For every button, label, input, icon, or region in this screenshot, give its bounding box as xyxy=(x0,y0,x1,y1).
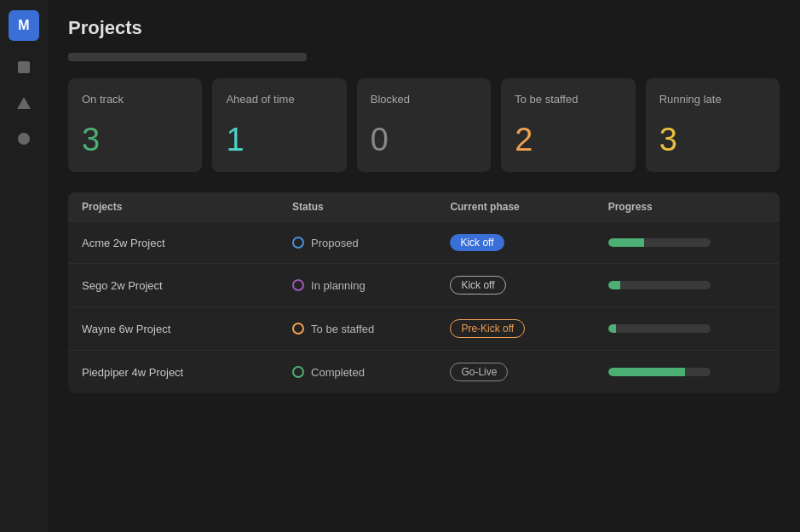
stat-card-4: Running late 3 xyxy=(646,78,780,172)
sidebar: M xyxy=(0,0,48,532)
table-header-3: Progress xyxy=(608,201,766,213)
table-row: Acme 2w Project Proposed Kick off xyxy=(68,221,780,263)
phase-badge[interactable]: Kick off xyxy=(450,234,504,251)
main-content: Projects On track 3 Ahead of time 1 Bloc… xyxy=(48,0,800,532)
stat-value-2: 0 xyxy=(371,122,477,158)
stat-cards: On track 3 Ahead of time 1 Blocked 0 To … xyxy=(68,78,780,172)
stat-value-4: 3 xyxy=(659,122,766,158)
square-icon xyxy=(18,61,30,73)
stat-label-0: On track xyxy=(82,92,188,107)
phase-badge[interactable]: Go-Live xyxy=(450,363,508,381)
status-dot xyxy=(292,366,304,378)
table-header-0: Projects xyxy=(82,201,292,213)
stat-label-2: Blocked xyxy=(371,92,477,107)
project-name: Sego 2w Project xyxy=(82,279,292,292)
stat-card-3: To be staffed 2 xyxy=(501,78,635,172)
phase-cell: Kick off xyxy=(450,276,607,295)
stat-label-1: Ahead of time xyxy=(226,92,332,107)
phase-badge[interactable]: Kick off xyxy=(450,276,505,295)
progress-fill xyxy=(608,281,620,289)
status-dot xyxy=(292,279,304,291)
search-bar[interactable] xyxy=(68,53,307,61)
stat-label-3: To be staffed xyxy=(515,92,621,107)
progress-fill xyxy=(608,238,644,247)
phase-cell: Go-Live xyxy=(450,363,607,381)
sidebar-icon-circle[interactable] xyxy=(14,129,33,148)
progress-fill xyxy=(608,324,617,333)
page-title: Projects xyxy=(68,17,780,39)
status-cell: To be staffed xyxy=(292,323,450,335)
triangle-icon xyxy=(17,97,31,109)
progress-bar xyxy=(608,324,711,333)
table-header-1: Status xyxy=(292,201,450,213)
stat-value-3: 2 xyxy=(515,122,621,158)
status-cell: In planning xyxy=(292,279,450,292)
status-text: In planning xyxy=(311,279,365,292)
circle-icon xyxy=(18,133,30,145)
status-cell: Completed xyxy=(292,366,450,379)
progress-bar xyxy=(608,238,711,247)
status-dot xyxy=(292,237,304,249)
stat-value-1: 1 xyxy=(226,122,332,158)
progress-cell xyxy=(608,281,766,289)
stat-card-0: On track 3 xyxy=(68,78,202,172)
projects-table: ProjectsStatusCurrent phaseProgress Acme… xyxy=(68,192,780,393)
status-dot xyxy=(292,323,304,335)
progress-cell xyxy=(608,238,766,247)
table-body: Acme 2w Project Proposed Kick off Sego 2… xyxy=(68,221,780,393)
table-header-2: Current phase xyxy=(450,201,607,213)
project-name: Acme 2w Project xyxy=(82,237,292,249)
status-text: Proposed xyxy=(311,237,359,249)
progress-cell xyxy=(608,368,766,376)
progress-bar xyxy=(608,368,711,376)
status-cell: Proposed xyxy=(292,237,450,249)
phase-cell: Pre-Kick off xyxy=(450,319,607,338)
phase-cell: Kick off xyxy=(450,234,607,251)
stat-card-2: Blocked 0 xyxy=(357,78,491,172)
table-header: ProjectsStatusCurrent phaseProgress xyxy=(68,192,780,221)
table-row: Sego 2w Project In planning Kick off xyxy=(68,263,780,306)
logo[interactable]: M xyxy=(9,10,39,41)
status-text: Completed xyxy=(311,366,365,379)
table-row: Piedpiper 4w Project Completed Go-Live xyxy=(68,350,780,393)
table-row: Wayne 6w Project To be staffed Pre-Kick … xyxy=(68,306,780,350)
stat-value-0: 3 xyxy=(82,122,188,158)
project-name: Wayne 6w Project xyxy=(82,323,292,335)
progress-fill xyxy=(608,368,685,376)
stat-label-4: Running late xyxy=(659,92,766,107)
sidebar-icon-triangle[interactable] xyxy=(14,94,33,112)
progress-cell xyxy=(608,324,766,333)
project-name: Piedpiper 4w Project xyxy=(82,366,292,379)
phase-badge[interactable]: Pre-Kick off xyxy=(450,319,525,338)
status-text: To be staffed xyxy=(311,323,374,335)
sidebar-icon-square[interactable] xyxy=(14,58,33,77)
stat-card-1: Ahead of time 1 xyxy=(212,78,346,172)
progress-bar xyxy=(608,281,711,289)
